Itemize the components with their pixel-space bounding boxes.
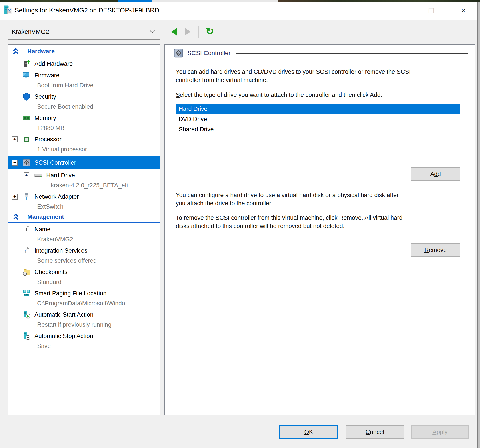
item-label: Hard Drive [46,172,75,179]
cancel-button[interactable]: Cancel [346,425,404,439]
item-label: Firmware [35,72,60,79]
drive-type-listbox[interactable]: Hard DriveDVD DriveShared Drive [176,104,460,160]
processor-icon [22,135,30,143]
refresh-button[interactable]: ↻ [204,24,216,38]
section-label: Management [27,213,64,220]
sidebar-item-scsi-controller[interactable]: −SCSI Controller [8,156,160,169]
intro-text: You can add hard drives and CD/DVD drive… [176,68,460,84]
item-label: Smart Paging File Location [35,290,106,297]
background-window-edge [477,2,480,448]
select-drive-instruction: Select the type of drive you want to att… [176,91,460,99]
expander-spacer [12,291,18,296]
vm-selector-dropdown[interactable]: KrakenVMG2 [8,24,161,40]
item-label: Automatic Stop Action [35,333,93,340]
auto-start-icon [22,311,30,319]
ok-button[interactable]: OK [279,425,338,439]
expander-spacer [12,61,18,67]
section-header-hardware[interactable]: Hardware [8,46,160,57]
pane-header: SCSI Controller [174,48,468,58]
sidebar-item-checkpoints[interactable]: Checkpoints [8,267,160,277]
navigate-forward-button[interactable] [185,27,194,37]
item-subtitle: 12880 MB [8,123,160,133]
desktop-background-strip [0,0,480,2]
network-adapter-icon [22,193,30,201]
section-underline [8,57,160,57]
close-button[interactable]: ✕ [456,5,471,16]
item-label: Network Adapter [35,193,79,200]
sidebar-item-network-adapter[interactable]: +Network Adapter [8,192,160,202]
sidebar-item-integration-services[interactable]: Integration Services [8,246,160,256]
item-subtitle: C:\ProgramData\Microsoft\Windo... [8,299,160,308]
toolbar-separator [198,26,199,38]
item-subtitle: Save [8,341,160,351]
expander-spacer [12,333,18,339]
expand-plus-icon[interactable]: + [24,172,29,178]
sidebar-item-automatic-start-action[interactable]: Automatic Start Action [8,310,160,320]
item-subtitle: Some services offered [8,256,160,266]
item-subtitle: Standard [8,277,160,287]
remove-button[interactable]: Remove [411,243,460,257]
sidebar-item-automatic-stop-action[interactable]: Automatic Stop Action [8,331,160,341]
auto-stop-icon [22,332,30,340]
integration-services-icon [22,247,30,255]
memory-icon [22,114,30,122]
drive-option-hard-drive[interactable]: Hard Drive [176,104,460,114]
name-tag-icon [22,225,30,233]
configure-note: You can configure a hard drive to use a … [176,191,460,207]
title-bar: Settings for KrakenVMG2 on DESKTOP-JF9LB… [0,2,477,20]
maximize-button[interactable]: ❐ [424,5,439,16]
settings-tree-panel: HardwareAdd HardwareFirmwareBoot from Ha… [8,44,161,415]
expander-spacer [12,248,18,254]
remove-note: To remove the SCSI controller from this … [176,214,460,230]
item-subtitle: KrakenVMG2 [8,235,160,244]
header-rule [236,53,468,54]
drive-option-shared-drive[interactable]: Shared Drive [176,124,460,135]
sidebar-item-firmware[interactable]: Firmware [8,70,160,80]
scsi-controller-icon [22,159,30,167]
minimize-button[interactable]: — [392,5,407,16]
section-header-management[interactable]: Management [8,212,160,222]
settings-tree: HardwareAdd HardwareFirmwareBoot from Ha… [8,45,160,351]
item-label: Add Hardware [35,60,73,67]
forward-arrow-icon [185,28,191,36]
sidebar-item-memory[interactable]: Memory [8,113,160,123]
checkpoints-icon [22,268,30,276]
apply-button[interactable]: Apply [411,425,469,439]
item-subtitle: Secure Boot enabled [8,102,160,112]
expander-spacer [12,312,18,318]
expander-spacer [12,227,18,232]
expand-plus-icon[interactable]: + [12,194,18,199]
item-subtitle: Boot from Hard Drive [8,80,160,90]
add-button[interactable]: Add [411,167,460,181]
item-label: Checkpoints [35,269,68,276]
expand-plus-icon[interactable]: + [12,136,18,142]
sidebar-item-hard-drive[interactable]: +Hard Drive [8,170,160,180]
security-icon [22,93,30,101]
item-label: Automatic Start Action [35,311,93,318]
expander-spacer [12,72,18,78]
settings-window: Settings for KrakenVMG2 on DESKTOP-JF9LB… [0,0,480,448]
expander-spacer [12,269,18,275]
item-subtitle: Restart if previously running [8,320,160,330]
refresh-icon: ↻ [205,25,214,37]
navigate-back-button[interactable] [171,27,180,37]
sidebar-item-smart-paging-file-location[interactable]: Smart Paging File Location [8,288,160,299]
pane-title: SCSI Controller [187,50,231,57]
sidebar-item-processor[interactable]: +Processor [8,134,160,144]
back-arrow-icon [171,28,177,36]
scsi-controller-pane: SCSI Controller You can add hard drives … [164,44,475,415]
sidebar-item-name[interactable]: Name [8,224,160,235]
collapse-minus-icon[interactable]: − [12,160,18,166]
sidebar-item-add-hardware[interactable]: Add Hardware [8,59,160,69]
collapse-chevrons-icon [12,47,20,55]
smart-paging-icon [22,289,30,297]
item-label: Name [35,226,50,233]
sidebar-item-security[interactable]: Security [8,92,160,102]
section-underline [8,222,160,223]
firmware-icon [22,71,30,79]
drive-option-dvd-drive[interactable]: DVD Drive [176,114,460,124]
vm-selector-value: KrakenVMG2 [12,28,149,35]
item-subtitle: 1 Virtual processor [8,144,160,154]
scsi-controller-icon [174,48,183,58]
hyperv-settings-icon [3,5,13,15]
